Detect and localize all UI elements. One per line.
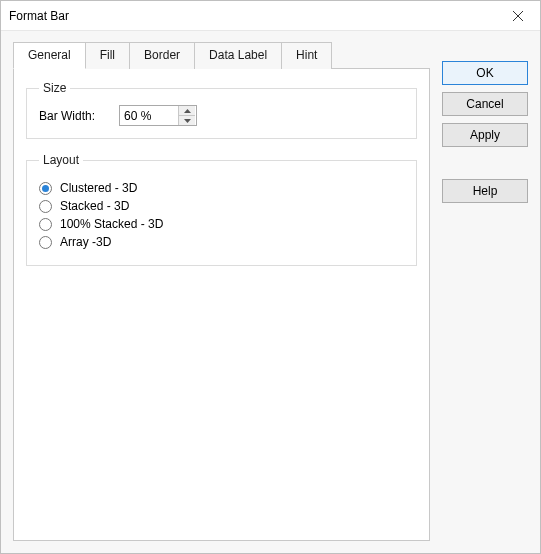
help-button[interactable]: Help xyxy=(442,179,528,203)
radio-clustered-3d[interactable]: Clustered - 3D xyxy=(39,181,404,195)
chevron-down-icon xyxy=(184,119,191,123)
tab-general[interactable]: General xyxy=(13,42,86,69)
left-panel: General Fill Border Data Label Hint Size… xyxy=(13,41,430,541)
radio-indicator xyxy=(39,236,52,249)
radio-100-stacked-3d[interactable]: 100% Stacked - 3D xyxy=(39,217,404,231)
ok-button[interactable]: OK xyxy=(442,61,528,85)
radio-stacked-3d[interactable]: Stacked - 3D xyxy=(39,199,404,213)
button-label: OK xyxy=(476,66,493,80)
bar-width-spinner xyxy=(119,105,197,126)
tab-content-general: Size Bar Width: xyxy=(13,68,430,541)
radio-label: Stacked - 3D xyxy=(60,199,129,213)
button-label: Cancel xyxy=(466,97,503,111)
tab-hint[interactable]: Hint xyxy=(281,42,332,69)
radio-indicator xyxy=(39,182,52,195)
apply-button[interactable]: Apply xyxy=(442,123,528,147)
tab-label: Fill xyxy=(100,48,115,62)
radio-label: Clustered - 3D xyxy=(60,181,137,195)
spinner-up[interactable] xyxy=(179,106,195,115)
tab-label: Data Label xyxy=(209,48,267,62)
svg-marker-3 xyxy=(184,119,191,123)
spinner-buttons xyxy=(178,106,195,125)
close-icon xyxy=(513,11,523,21)
svg-marker-2 xyxy=(184,109,191,113)
tab-label: General xyxy=(28,48,71,62)
bar-width-row: Bar Width: xyxy=(39,105,404,126)
bar-width-input[interactable] xyxy=(120,106,178,125)
tab-label: Border xyxy=(144,48,180,62)
radio-label: 100% Stacked - 3D xyxy=(60,217,163,231)
tab-label: Hint xyxy=(296,48,317,62)
size-legend: Size xyxy=(39,81,70,95)
button-spacer xyxy=(442,154,528,172)
cancel-button[interactable]: Cancel xyxy=(442,92,528,116)
window-title: Format Bar xyxy=(9,9,69,23)
radio-array-3d[interactable]: Array -3D xyxy=(39,235,404,249)
tab-data-label[interactable]: Data Label xyxy=(194,42,282,69)
close-button[interactable] xyxy=(496,1,540,31)
spinner-down[interactable] xyxy=(179,115,195,125)
tab-fill[interactable]: Fill xyxy=(85,42,130,69)
tab-border[interactable]: Border xyxy=(129,42,195,69)
layout-legend: Layout xyxy=(39,153,83,167)
tab-strip: General Fill Border Data Label Hint xyxy=(13,41,430,68)
radio-label: Array -3D xyxy=(60,235,111,249)
button-label: Help xyxy=(473,184,498,198)
button-label: Apply xyxy=(470,128,500,142)
dialog-body: General Fill Border Data Label Hint Size… xyxy=(1,31,540,553)
size-group: Size Bar Width: xyxy=(26,81,417,139)
dialog-window: Format Bar General Fill Border Data Labe… xyxy=(0,0,541,554)
radio-indicator xyxy=(39,200,52,213)
radio-indicator xyxy=(39,218,52,231)
button-panel: OK Cancel Apply Help xyxy=(442,41,528,541)
chevron-up-icon xyxy=(184,109,191,113)
titlebar: Format Bar xyxy=(1,1,540,31)
bar-width-label: Bar Width: xyxy=(39,109,105,123)
layout-group: Layout Clustered - 3D Stacked - 3D 100% … xyxy=(26,153,417,266)
